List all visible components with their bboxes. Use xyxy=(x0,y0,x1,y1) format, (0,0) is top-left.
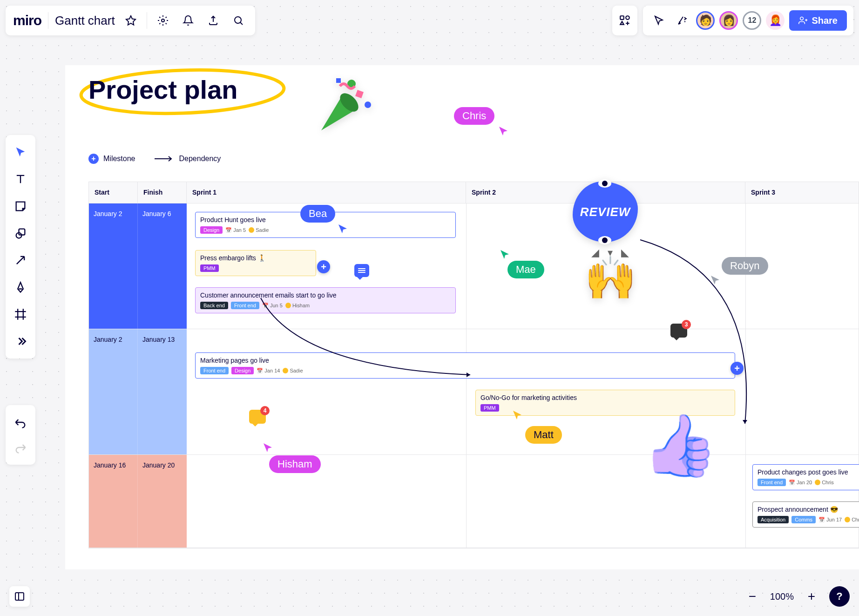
redo-button[interactable] xyxy=(9,435,32,460)
task-assignee: Chris xyxy=(845,517,859,522)
cursor-pointer-icon xyxy=(500,249,511,260)
raising-hands-sticker[interactable]: 🙌 xyxy=(584,254,636,303)
task-title: Press embargo lifts 🚶 xyxy=(200,254,311,262)
share-button[interactable]: Share xyxy=(789,10,847,31)
review-sticker[interactable]: REVIEW xyxy=(573,182,638,242)
project-title[interactable]: Project plan xyxy=(88,74,238,105)
task-tag: Acquisition xyxy=(758,516,789,523)
svg-rect-11 xyxy=(336,78,341,83)
undo-button[interactable] xyxy=(9,410,32,435)
avatar-current-user[interactable]: 👩‍🦰 xyxy=(766,11,785,30)
thumbs-up-sticker[interactable]: 👍 xyxy=(643,410,718,481)
top-right-toolbar: 🧑 👩 12 👩‍🦰 Share xyxy=(612,6,853,35)
task-tag: Back end xyxy=(200,302,228,309)
task-date: 📅 Jun 17 xyxy=(818,517,842,523)
task-card[interactable]: Marketing pages go live Front end Design… xyxy=(195,352,735,379)
task-card[interactable]: Prospect announcement 😎 Acquisition Comm… xyxy=(752,501,859,528)
help-button[interactable]: ? xyxy=(829,586,850,607)
cursor-icon[interactable] xyxy=(649,11,668,30)
task-card[interactable]: Press embargo lifts 🚶 PMM xyxy=(195,250,316,276)
legend-dependency-label: Dependency xyxy=(179,155,221,163)
task-date: 📅 Jan 5 xyxy=(225,227,246,233)
svg-rect-2 xyxy=(621,16,624,20)
task-assignee: Hisham xyxy=(285,303,310,308)
gantt-header: Start Finish Sprint 1 Sprint 2 Sprint 3 xyxy=(89,182,859,203)
star-icon[interactable] xyxy=(122,11,140,30)
task-title: Go/No-Go for marketing activities xyxy=(480,394,730,401)
cursor-label-robyn: Robyn xyxy=(722,257,768,275)
zoom-in-button[interactable]: + xyxy=(801,586,822,607)
text-tool[interactable] xyxy=(9,167,32,192)
task-tag: Front end xyxy=(200,367,229,374)
zoom-out-button[interactable]: − xyxy=(742,586,763,607)
frame-tool[interactable] xyxy=(9,302,32,327)
task-card[interactable]: Customer announcement emails start to go… xyxy=(195,287,456,313)
sticky-note-tool[interactable] xyxy=(9,194,32,219)
reactions-icon[interactable] xyxy=(673,11,691,30)
comment-icon[interactable]: 3 xyxy=(670,324,687,338)
avatar-user-2[interactable]: 👩 xyxy=(719,11,738,30)
cursor-label-chris: Chris xyxy=(454,107,494,125)
avatar-overflow[interactable]: 12 xyxy=(743,11,761,30)
settings-icon[interactable] xyxy=(154,11,172,30)
panel-toggle-button[interactable] xyxy=(9,586,30,607)
svg-point-10 xyxy=(365,102,371,108)
col-sprint-1: Sprint 1 xyxy=(187,182,466,203)
pen-tool[interactable] xyxy=(9,275,32,300)
cursor-label-matt: Matt xyxy=(525,426,562,444)
add-milestone-button[interactable]: + xyxy=(730,362,744,375)
apps-button[interactable] xyxy=(612,6,637,35)
add-milestone-button[interactable]: + xyxy=(317,260,330,273)
bell-icon[interactable] xyxy=(179,11,197,30)
board-canvas[interactable]: Project plan + Milestone Dependency Star… xyxy=(65,65,859,569)
party-popper-sticker[interactable] xyxy=(307,70,377,140)
task-title: Customer announcement emails start to go… xyxy=(200,291,451,299)
svg-rect-12 xyxy=(15,593,24,600)
arrow-tool[interactable] xyxy=(9,248,32,273)
task-assignee: Chris xyxy=(815,480,834,485)
comment-count-badge: 4 xyxy=(260,406,270,415)
divider xyxy=(48,12,48,29)
search-icon[interactable] xyxy=(229,11,248,30)
comment-icon[interactable]: 4 xyxy=(249,410,266,424)
col-start: Start xyxy=(89,182,138,203)
undo-redo-bar xyxy=(6,405,35,465)
sprint-divider xyxy=(745,455,746,548)
export-icon[interactable] xyxy=(204,11,223,30)
row-finish-date: January 20 xyxy=(138,455,187,548)
svg-point-3 xyxy=(626,16,630,20)
task-tag: PMM xyxy=(480,404,499,412)
zoom-level[interactable]: 100% xyxy=(770,591,794,602)
zoom-controls: − 100% + ? xyxy=(742,586,850,607)
row-finish-date: January 13 xyxy=(138,329,187,454)
task-card[interactable]: Product changes post goes live Front end… xyxy=(752,464,859,490)
task-tag: Design xyxy=(231,367,254,374)
collaboration-bar: 🧑 👩 12 👩‍🦰 Share xyxy=(643,6,853,35)
task-title: Product changes post goes live xyxy=(758,468,859,476)
task-tag: Design xyxy=(200,226,223,234)
gantt-chart[interactable]: Start Finish Sprint 1 Sprint 2 Sprint 3 … xyxy=(88,182,859,548)
svg-point-0 xyxy=(162,19,164,22)
sprint-divider xyxy=(466,455,467,548)
row-start-date: January 16 xyxy=(89,455,138,548)
top-left-toolbar: miro Gantt chart xyxy=(6,6,255,35)
task-tag: Comms xyxy=(791,516,816,523)
chat-icon[interactable] xyxy=(354,264,369,277)
gantt-row: January 16 January 20 Product changes po… xyxy=(89,455,859,548)
cursor-pointer-icon xyxy=(710,275,721,286)
task-assignee: Sadie xyxy=(249,227,269,233)
shape-tool[interactable] xyxy=(9,221,32,246)
select-tool[interactable] xyxy=(9,140,32,165)
board-title[interactable]: Gantt chart xyxy=(55,14,115,28)
miro-logo[interactable]: miro xyxy=(13,13,41,28)
cursor-label-bea: Bea xyxy=(300,205,335,223)
row-start-date: January 2 xyxy=(89,329,138,454)
cursor-label-mae: Mae xyxy=(507,261,544,278)
more-tools[interactable] xyxy=(9,329,32,354)
gantt-row: January 2 January 13 Marketing pages go … xyxy=(89,329,859,455)
comment-count-badge: 3 xyxy=(682,320,691,329)
task-title: Prospect announcement 😎 xyxy=(758,506,859,513)
avatar-user-1[interactable]: 🧑 xyxy=(696,11,715,30)
milestone-icon: + xyxy=(88,154,99,164)
col-finish: Finish xyxy=(138,182,187,203)
